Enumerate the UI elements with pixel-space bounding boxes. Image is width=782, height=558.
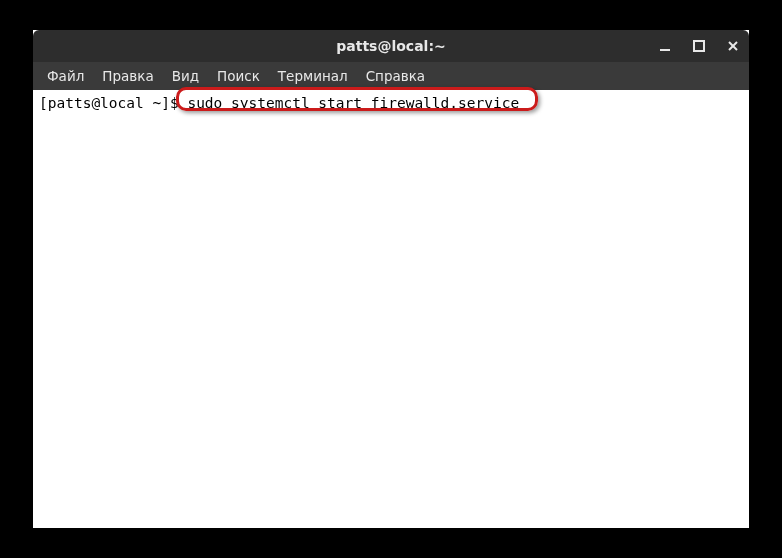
menu-search[interactable]: Поиск <box>209 65 268 87</box>
minimize-button[interactable] <box>655 36 675 56</box>
window-title: patts@local:~ <box>33 38 749 54</box>
menu-file[interactable]: Файл <box>39 65 92 87</box>
titlebar[interactable]: patts@local:~ <box>33 30 749 62</box>
close-icon <box>727 40 739 52</box>
command-text: sudo systemctl start firewalld.service <box>187 95 519 111</box>
menu-view[interactable]: Вид <box>164 65 207 87</box>
minimize-icon <box>659 40 671 52</box>
svg-rect-0 <box>660 49 670 51</box>
menubar: Файл Правка Вид Поиск Терминал Справка <box>33 62 749 90</box>
svg-rect-1 <box>694 41 704 51</box>
terminal-body[interactable]: [patts@local ~]$ sudo systemctl start fi… <box>33 90 749 528</box>
menu-terminal[interactable]: Терминал <box>270 65 356 87</box>
window-controls <box>655 30 743 62</box>
maximize-icon <box>693 40 705 52</box>
menu-edit[interactable]: Правка <box>94 65 161 87</box>
maximize-button[interactable] <box>689 36 709 56</box>
close-button[interactable] <box>723 36 743 56</box>
prompt-text: [patts@local ~]$ <box>39 95 187 111</box>
terminal-window: patts@local:~ Файл Правка Вид <box>33 30 749 528</box>
menu-help[interactable]: Справка <box>358 65 433 87</box>
terminal-line: [patts@local ~]$ sudo systemctl start fi… <box>39 94 743 112</box>
